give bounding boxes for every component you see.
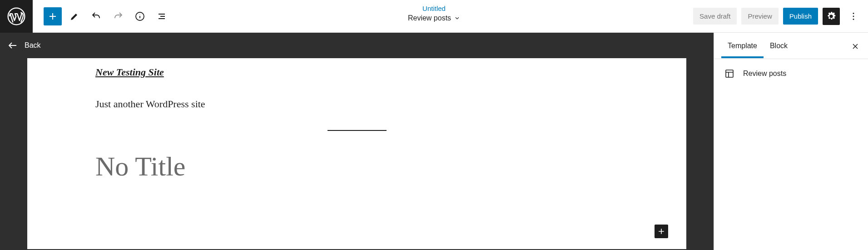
plus-icon (657, 227, 666, 236)
more-vertical-icon (848, 11, 858, 21)
save-draft-button[interactable]: Save draft (693, 8, 737, 25)
back-label: Back (25, 41, 41, 50)
settings-sidebar: Template Block Review posts (714, 33, 868, 250)
site-title[interactable]: New Testing Site (95, 66, 618, 78)
add-block-button[interactable] (44, 7, 62, 25)
canvas-add-block-button[interactable] (655, 225, 668, 238)
gear-icon (826, 11, 836, 21)
document-title-link[interactable]: Untitled (408, 5, 460, 12)
svg-point-4 (853, 18, 854, 20)
back-button[interactable]: Back (0, 33, 714, 58)
arrow-left-icon (7, 40, 18, 51)
close-icon (851, 42, 860, 51)
preview-button[interactable]: Preview (741, 8, 778, 25)
site-tagline[interactable]: Just another WordPress site (95, 98, 618, 110)
chevron-down-icon (454, 15, 460, 21)
info-button[interactable] (131, 7, 149, 25)
list-view-button[interactable] (153, 7, 171, 25)
editor-canvas[interactable]: New Testing Site Just another WordPress … (27, 58, 686, 249)
settings-button[interactable] (823, 8, 840, 25)
close-sidebar-button[interactable] (848, 39, 863, 55)
separator-block[interactable] (327, 130, 387, 131)
svg-point-2 (853, 13, 854, 14)
publish-button[interactable]: Publish (783, 8, 818, 25)
svg-point-3 (853, 15, 854, 17)
template-layout-icon (724, 68, 735, 79)
template-selector-label: Review posts (408, 14, 451, 22)
post-title-placeholder[interactable]: No Title (95, 151, 618, 182)
tab-template[interactable]: Template (721, 34, 764, 58)
tab-block[interactable]: Block (764, 34, 794, 58)
svg-rect-5 (726, 70, 733, 77)
redo-button[interactable] (109, 7, 127, 25)
template-selector[interactable]: Review posts (408, 14, 460, 22)
edit-tools-button[interactable] (65, 7, 84, 25)
wordpress-logo-button[interactable] (0, 0, 33, 33)
undo-button[interactable] (87, 7, 105, 25)
more-options-button[interactable] (844, 7, 863, 25)
sidebar-template-name: Review posts (743, 70, 786, 78)
